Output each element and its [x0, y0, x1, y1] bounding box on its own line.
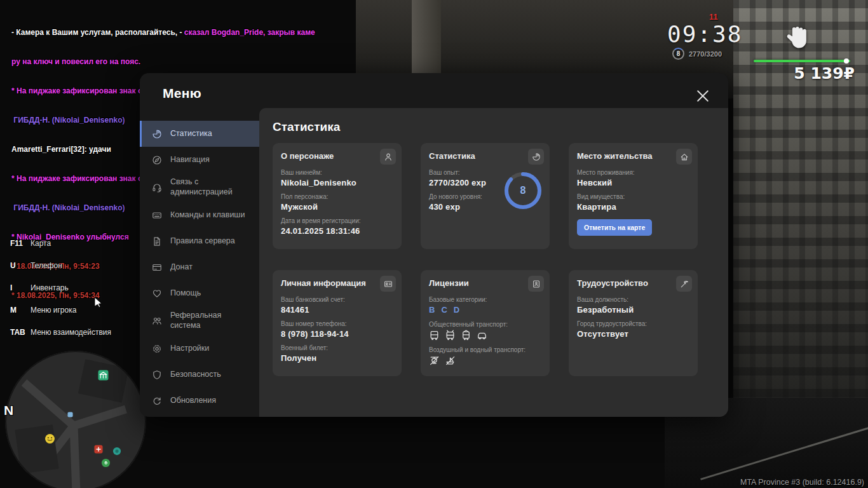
keybind-row: F11Карта [10, 238, 111, 248]
person-icon [380, 149, 396, 165]
chat-text: Amaretti_Ferrari[32]: удачи [11, 145, 111, 154]
trolleybus-icon [445, 330, 456, 341]
menu-content: Статистика О персонаже Ваш никнейм: Niko… [259, 108, 728, 417]
field-label: До нового уровня: [429, 193, 500, 200]
keybind-hints: F11Карта UТелефон IИнвентарь MМеню игрок… [10, 238, 111, 349]
sidebar-item-label: Статистика [170, 129, 248, 139]
sidebar-item-label: Связь с администрацией [170, 177, 248, 197]
hud-progress-bar [754, 60, 850, 62]
card-personal-info: Личная информация Ваш банковский счет: 8… [273, 270, 402, 376]
keybind-key: TAB [10, 328, 31, 337]
hud-xp-counter: 2770/3200 [689, 50, 722, 58]
minimap-streets [5, 351, 146, 488]
card-title: Статистика [429, 151, 541, 161]
sidebar-item-donate[interactable]: Донат [140, 254, 259, 280]
field-value: 841461 [281, 305, 393, 315]
license-category: B [429, 305, 435, 315]
card-title: Лицензии [429, 278, 541, 288]
sidebar-item-help[interactable]: Помощь [140, 280, 259, 306]
hud-calendar-day: 11 [709, 12, 718, 22]
field-label: Базовые категории: [429, 296, 541, 303]
keybind-label: Меню взаимодействия [31, 328, 111, 337]
field-value: 24.01.2025 18:31:46 [281, 226, 393, 236]
id-card-icon [380, 276, 396, 292]
gear-icon [152, 344, 162, 354]
headset-icon [152, 182, 162, 193]
hud-level-badge: 8 [672, 48, 684, 60]
field-value: 8 (978) 118-94-14 [281, 329, 393, 339]
field-value: Невский [577, 178, 689, 187]
field-label: Вид имущества: [577, 193, 689, 200]
hud-money: 5 139₽ [794, 64, 855, 83]
boat-icon [445, 355, 456, 366]
compass-icon [152, 155, 162, 165]
license-card-icon [528, 276, 544, 292]
sidebar-item-label: Помощь [170, 288, 248, 299]
sidebar-item-updates[interactable]: Обновления [140, 388, 259, 414]
card-title: Место жительства [577, 151, 689, 161]
menu-sidebar: Статистика Навигация Связь с администрац… [140, 121, 259, 410]
hud-clock: 09:38 [667, 21, 742, 47]
pie-chart-icon [152, 129, 162, 139]
field-label: Город трудоустройства: [577, 320, 689, 327]
game-screen: - Камера к Вашим услугам, располагайтесь… [0, 0, 868, 488]
keybind-label: Телефон [31, 261, 62, 270]
license-category: D [454, 305, 459, 315]
keybind-row: TABМеню взаимодействия [10, 327, 111, 337]
sidebar-item-label: Донат [170, 262, 248, 273]
sidebar-item-label: Правила сервера [170, 236, 248, 247]
refresh-icon [152, 396, 162, 406]
field-label: Пол персонажа: [281, 193, 393, 200]
chat-text: сказал Bogdan_Pride, закрыв каме [184, 28, 315, 37]
helicopter-icon [429, 355, 440, 366]
field-label: Ваш банковский счет: [281, 296, 393, 303]
sidebar-item-referral[interactable]: Реферальная система [140, 306, 259, 336]
mark-on-map-button[interactable]: Отметить на карте [577, 219, 652, 236]
stat-cards-grid: О персонаже Ваш никнейм: Nikolai_Denisen… [273, 143, 698, 376]
card-statistics: Статистика Ваш опыт: 2770/3200 exp До но… [421, 143, 550, 249]
field-label: Воздушный и водный транспорт: [429, 346, 541, 353]
sidebar-item-navigation[interactable]: Навигация [140, 147, 259, 173]
sidebar-item-security[interactable]: Безопасность [140, 362, 259, 388]
hud-level: 8 2770/3200 [672, 48, 722, 60]
sidebar-item-label: Команды и клавиши [170, 210, 248, 220]
card-about-character: О персонаже Ваш никнейм: Nikolai_Denisen… [273, 143, 402, 249]
field-value: Отсутствует [577, 329, 689, 339]
pickaxe-icon [676, 276, 692, 292]
card-residence: Место жительства Место проживания: Невск… [569, 143, 698, 249]
level-progress-ring: 8 [503, 171, 543, 210]
field-value: Мужской [281, 202, 393, 212]
card-title: О персонаже [281, 151, 393, 161]
card-employment: Трудоустройство Ваша должность: Безработ… [569, 270, 698, 376]
hud-progress-marker [844, 58, 849, 64]
sidebar-item-commands-keys[interactable]: Команды и клавиши [140, 202, 259, 228]
sidebar-item-admin-contact[interactable]: Связь с администрацией [140, 173, 259, 202]
heart-icon [152, 288, 162, 299]
keybind-label: Инвентарь [31, 283, 69, 292]
air-water-transport-icons [429, 355, 541, 366]
game-version-label: MTA Province #3 (build: 6.12416.9) [740, 478, 864, 487]
fist-icon [784, 23, 813, 52]
minimap-teal-marker [112, 447, 121, 456]
minimap-smiley-icon [44, 433, 55, 444]
field-label: Ваша должность: [577, 296, 689, 303]
mouse-cursor-icon [93, 297, 104, 308]
keybind-key: I [10, 283, 31, 292]
field-label: Дата и время регистрации: [281, 217, 393, 224]
card-title: Трудоустройство [577, 278, 689, 288]
field-value: Безработный [577, 305, 689, 315]
keybind-key: F11 [10, 239, 31, 248]
card-title: Личная информация [281, 278, 393, 288]
license-categories: B C D [429, 305, 541, 315]
field-label: Военный билет: [281, 344, 393, 351]
close-button[interactable] [695, 88, 710, 104]
users-icon [152, 316, 162, 326]
sidebar-item-server-rules[interactable]: Правила сервера [140, 228, 259, 254]
minimap-player-marker [66, 410, 74, 419]
home-icon [676, 149, 692, 165]
document-icon [152, 236, 162, 247]
sidebar-item-statistics[interactable]: Статистика [140, 121, 259, 147]
sidebar-item-settings[interactable]: Настройки [140, 336, 259, 362]
chat-text: ГИБДД-Н. (Nikolai_Denisenko) [11, 203, 125, 212]
keybind-row: IИнвентарь [10, 283, 111, 292]
